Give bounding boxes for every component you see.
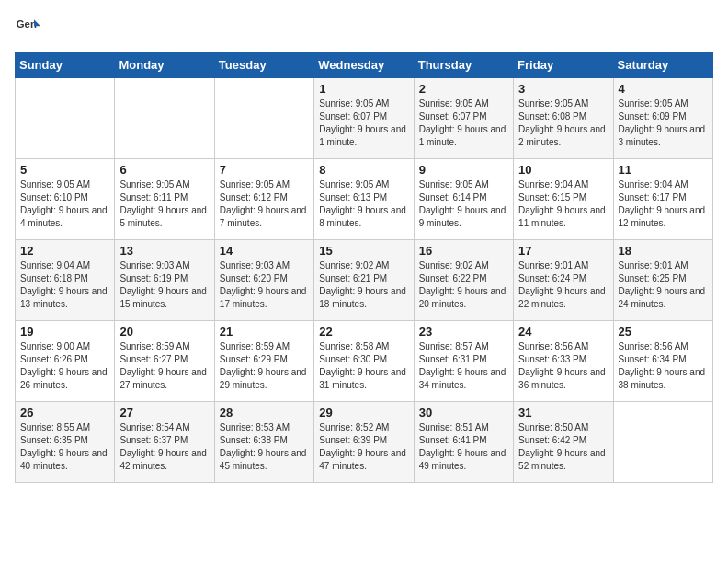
calendar-cell: 9Sunrise: 9:05 AM Sunset: 6:14 PM Daylig…	[414, 159, 513, 240]
calendar-cell: 2Sunrise: 9:05 AM Sunset: 6:07 PM Daylig…	[414, 78, 513, 159]
header-wednesday: Wednesday	[314, 52, 414, 78]
day-info: Sunrise: 9:04 AM Sunset: 6:18 PM Dayligh…	[20, 259, 109, 311]
calendar-cell: 25Sunrise: 8:56 AM Sunset: 6:34 PM Dayli…	[613, 321, 712, 402]
day-info: Sunrise: 8:57 AM Sunset: 6:31 PM Dayligh…	[419, 340, 508, 392]
day-info: Sunrise: 9:01 AM Sunset: 6:25 PM Dayligh…	[619, 259, 708, 311]
calendar-cell: 31Sunrise: 8:50 AM Sunset: 6:42 PM Dayli…	[514, 402, 613, 483]
calendar-cell	[16, 78, 115, 159]
day-number: 3	[518, 82, 608, 96]
header-friday: Friday	[514, 52, 613, 78]
header: Gen	[15, 15, 713, 40]
week-row-2: 12Sunrise: 9:04 AM Sunset: 6:18 PM Dayli…	[16, 240, 713, 321]
calendar-cell: 29Sunrise: 8:52 AM Sunset: 6:39 PM Dayli…	[314, 402, 414, 483]
calendar-cell: 12Sunrise: 9:04 AM Sunset: 6:18 PM Dayli…	[16, 240, 115, 321]
day-number: 28	[220, 406, 309, 419]
day-number: 31	[518, 406, 608, 419]
day-info: Sunrise: 9:05 AM Sunset: 6:10 PM Dayligh…	[20, 178, 109, 230]
calendar-cell: 5Sunrise: 9:05 AM Sunset: 6:10 PM Daylig…	[16, 159, 115, 240]
day-info: Sunrise: 9:01 AM Sunset: 6:24 PM Dayligh…	[518, 259, 608, 311]
day-number: 6	[119, 163, 209, 177]
calendar-cell: 7Sunrise: 9:05 AM Sunset: 6:12 PM Daylig…	[214, 159, 313, 240]
day-number: 11	[619, 163, 708, 177]
logo: Gen	[15, 15, 44, 40]
calendar-cell	[214, 78, 313, 159]
calendar-cell: 15Sunrise: 9:02 AM Sunset: 6:21 PM Dayli…	[314, 240, 414, 321]
day-number: 21	[220, 325, 309, 339]
week-row-3: 19Sunrise: 9:00 AM Sunset: 6:26 PM Dayli…	[16, 321, 713, 402]
day-number: 10	[518, 163, 608, 177]
calendar-cell: 27Sunrise: 8:54 AM Sunset: 6:37 PM Dayli…	[115, 402, 214, 483]
day-info: Sunrise: 9:04 AM Sunset: 6:15 PM Dayligh…	[518, 178, 608, 230]
calendar-cell: 22Sunrise: 8:58 AM Sunset: 6:30 PM Dayli…	[314, 321, 414, 402]
week-row-4: 26Sunrise: 8:55 AM Sunset: 6:35 PM Dayli…	[16, 402, 713, 483]
calendar-cell	[115, 78, 214, 159]
day-info: Sunrise: 9:05 AM Sunset: 6:13 PM Dayligh…	[319, 178, 408, 230]
calendar-cell: 16Sunrise: 9:02 AM Sunset: 6:22 PM Dayli…	[414, 240, 513, 321]
day-number: 26	[20, 406, 109, 419]
week-row-0: 1Sunrise: 9:05 AM Sunset: 6:07 PM Daylig…	[16, 78, 713, 159]
day-number: 12	[20, 244, 109, 258]
day-number: 27	[119, 406, 209, 419]
calendar-cell: 19Sunrise: 9:00 AM Sunset: 6:26 PM Dayli…	[16, 321, 115, 402]
day-info: Sunrise: 9:05 AM Sunset: 6:12 PM Dayligh…	[220, 178, 309, 230]
calendar-cell: 26Sunrise: 8:55 AM Sunset: 6:35 PM Dayli…	[16, 402, 115, 483]
day-number: 19	[20, 325, 109, 339]
day-number: 18	[619, 244, 708, 258]
day-number: 30	[419, 406, 508, 419]
calendar-cell: 13Sunrise: 9:03 AM Sunset: 6:19 PM Dayli…	[115, 240, 214, 321]
svg-marker-1	[34, 19, 40, 26]
day-number: 1	[319, 82, 408, 96]
calendar-cell	[613, 402, 712, 483]
calendar-header-row: SundayMondayTuesdayWednesdayThursdayFrid…	[16, 52, 713, 78]
day-info: Sunrise: 8:56 AM Sunset: 6:33 PM Dayligh…	[518, 340, 608, 392]
calendar-cell: 8Sunrise: 9:05 AM Sunset: 6:13 PM Daylig…	[314, 159, 414, 240]
day-info: Sunrise: 8:54 AM Sunset: 6:37 PM Dayligh…	[119, 421, 209, 473]
calendar-cell: 14Sunrise: 9:03 AM Sunset: 6:20 PM Dayli…	[214, 240, 313, 321]
day-number: 20	[119, 325, 209, 339]
calendar-table: SundayMondayTuesdayWednesdayThursdayFrid…	[15, 52, 713, 483]
header-sunday: Sunday	[16, 52, 115, 78]
day-info: Sunrise: 8:55 AM Sunset: 6:35 PM Dayligh…	[20, 421, 109, 473]
day-info: Sunrise: 9:05 AM Sunset: 6:07 PM Dayligh…	[319, 98, 408, 149]
week-row-1: 5Sunrise: 9:05 AM Sunset: 6:10 PM Daylig…	[16, 159, 713, 240]
day-info: Sunrise: 9:03 AM Sunset: 6:19 PM Dayligh…	[119, 259, 209, 311]
day-info: Sunrise: 9:03 AM Sunset: 6:20 PM Dayligh…	[220, 259, 309, 311]
day-number: 17	[518, 244, 608, 258]
day-number: 16	[419, 244, 508, 258]
day-number: 24	[518, 325, 608, 339]
calendar-cell: 20Sunrise: 8:59 AM Sunset: 6:27 PM Dayli…	[115, 321, 214, 402]
day-info: Sunrise: 9:02 AM Sunset: 6:21 PM Dayligh…	[319, 259, 408, 311]
header-monday: Monday	[115, 52, 214, 78]
day-info: Sunrise: 8:59 AM Sunset: 6:27 PM Dayligh…	[119, 340, 209, 392]
header-thursday: Thursday	[414, 52, 513, 78]
calendar-cell: 30Sunrise: 8:51 AM Sunset: 6:41 PM Dayli…	[414, 402, 513, 483]
calendar-cell: 23Sunrise: 8:57 AM Sunset: 6:31 PM Dayli…	[414, 321, 513, 402]
day-number: 2	[419, 82, 508, 96]
day-info: Sunrise: 9:05 AM Sunset: 6:11 PM Dayligh…	[119, 178, 209, 230]
day-info: Sunrise: 9:05 AM Sunset: 6:09 PM Dayligh…	[619, 98, 708, 149]
day-number: 13	[119, 244, 209, 258]
day-number: 5	[20, 163, 109, 177]
day-number: 29	[319, 406, 408, 419]
day-number: 14	[220, 244, 309, 258]
day-number: 23	[419, 325, 508, 339]
day-info: Sunrise: 9:04 AM Sunset: 6:17 PM Dayligh…	[619, 178, 708, 230]
calendar-cell: 3Sunrise: 9:05 AM Sunset: 6:08 PM Daylig…	[514, 78, 613, 159]
header-saturday: Saturday	[613, 52, 712, 78]
day-info: Sunrise: 8:52 AM Sunset: 6:39 PM Dayligh…	[319, 421, 408, 473]
day-number: 25	[619, 325, 708, 339]
calendar-cell: 21Sunrise: 8:59 AM Sunset: 6:29 PM Dayli…	[214, 321, 313, 402]
day-info: Sunrise: 9:05 AM Sunset: 6:14 PM Dayligh…	[419, 178, 508, 230]
day-info: Sunrise: 8:59 AM Sunset: 6:29 PM Dayligh…	[220, 340, 309, 392]
day-info: Sunrise: 8:53 AM Sunset: 6:38 PM Dayligh…	[220, 421, 309, 473]
day-number: 9	[419, 163, 508, 177]
day-info: Sunrise: 8:56 AM Sunset: 6:34 PM Dayligh…	[619, 340, 708, 392]
svg-text:Gen: Gen	[17, 18, 37, 29]
day-info: Sunrise: 9:05 AM Sunset: 6:08 PM Dayligh…	[518, 98, 608, 149]
day-number: 15	[319, 244, 408, 258]
day-info: Sunrise: 9:02 AM Sunset: 6:22 PM Dayligh…	[419, 259, 508, 311]
calendar-cell: 4Sunrise: 9:05 AM Sunset: 6:09 PM Daylig…	[613, 78, 712, 159]
calendar-cell: 10Sunrise: 9:04 AM Sunset: 6:15 PM Dayli…	[514, 159, 613, 240]
day-info: Sunrise: 9:00 AM Sunset: 6:26 PM Dayligh…	[20, 340, 109, 392]
day-number: 4	[619, 82, 708, 96]
